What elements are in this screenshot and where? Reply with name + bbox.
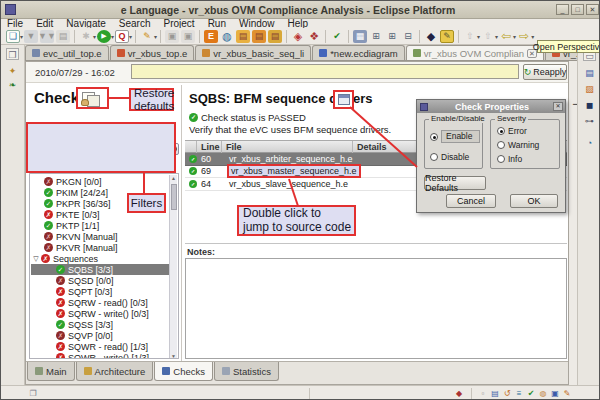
restore-defaults-tool-button[interactable]: [76, 87, 109, 109]
disable-radio[interactable]: Disable: [430, 152, 469, 162]
expand-all-icon[interactable]: ⊞: [369, 30, 383, 43]
window-view-icon[interactable]: ▦: [353, 30, 367, 43]
close-button[interactable]: ✕: [586, 4, 599, 15]
tree-item-sqwr-write[interactable]: SQWR - write() [1/3]: [31, 352, 169, 359]
forward-nav-icon[interactable]: ⇨: [517, 30, 531, 43]
cube-icon[interactable]: ◆: [424, 30, 438, 43]
status-report-icon[interactable]: ▤: [489, 388, 501, 399]
tree-item-sqrw-write[interactable]: SQRW - write() [0/3]: [31, 308, 169, 319]
tree-item-sqsd[interactable]: SQSD [0/0]: [31, 275, 169, 286]
filter-input[interactable]: [131, 64, 519, 79]
ok-button[interactable]: OK: [510, 194, 558, 208]
restore-view-icon[interactable]: ❐: [6, 48, 19, 60]
tree-item-sqss[interactable]: SQSS [3/3]: [31, 319, 169, 330]
column-line[interactable]: Line: [201, 142, 220, 152]
column-file[interactable]: File: [226, 142, 242, 152]
tree-group-sequences[interactable]: ▽Sequences: [31, 253, 169, 264]
tree-item-sqwr-read[interactable]: SQWR - read() [1/3]: [31, 341, 169, 352]
tree-scrollbar[interactable]: ▲▼: [169, 175, 177, 359]
tab-architecture[interactable]: Architecture: [76, 362, 154, 381]
hierarchy-view-icon[interactable]: ⊶: [583, 115, 596, 127]
expand-icon[interactable]: ⊞: [385, 30, 399, 43]
tab-evc-util-top[interactable]: evc_util_top.e: [25, 45, 109, 60]
error-radio[interactable]: Error: [497, 126, 527, 136]
external-tools-icon[interactable]: ✱: [79, 30, 93, 43]
status-layers-icon[interactable]: ≡: [513, 388, 525, 399]
fast-view-orange-icon[interactable]: ▨: [583, 83, 596, 95]
module-icon[interactable]: ▤: [236, 30, 250, 43]
reapply-button[interactable]: ↻Reapply: [523, 64, 567, 80]
collapse-arrow-icon[interactable]: ▽: [31, 255, 41, 263]
tree-item-sqrw-read[interactable]: SQRW - read() [0/3]: [31, 297, 169, 308]
e-compile-icon[interactable]: E: [204, 30, 218, 43]
back-nav-icon[interactable]: ⇦: [499, 30, 513, 43]
run-icon[interactable]: ▶: [97, 30, 111, 43]
new-wizard-icon[interactable]: ❏: [6, 30, 20, 43]
column-details[interactable]: Details: [357, 142, 387, 152]
browser-view-icon[interactable]: ◔: [583, 137, 596, 149]
editor-state-icon: ❐: [27, 388, 39, 399]
restore-defaults-button[interactable]: Restore Defaults: [424, 176, 486, 190]
tab-new-ecdiagram[interactable]: *new.ecdiagram: [312, 45, 405, 60]
globe-icon[interactable]: ◍: [220, 30, 234, 43]
cube-view-icon[interactable]: ◼: [583, 99, 596, 111]
tab-checks[interactable]: Checks: [154, 362, 213, 381]
left-fast-view-bar: ❐ ✦ ❧: [1, 45, 25, 385]
warning-radio[interactable]: Warning: [497, 140, 539, 150]
status-misc-icon[interactable]: ▫: [477, 388, 489, 399]
module-gold-icon[interactable]: ▤: [268, 30, 282, 43]
tree-item-sqvp[interactable]: SQVP [0/0]: [31, 330, 169, 341]
tree-item-pkvn[interactable]: PKVN [Manual]: [31, 231, 169, 242]
fast-view-palette-icon[interactable]: ✦: [6, 65, 19, 77]
tree-item-pkgn[interactable]: PKGN [0/0]: [31, 176, 169, 187]
toggle-icon[interactable]: ▣: [181, 30, 195, 43]
filter-annotation-box: [26, 122, 176, 173]
tree-item-sqpt[interactable]: SQPT [0/3]: [31, 286, 169, 297]
dialog-title: Check Properties: [431, 102, 553, 112]
status-globe-icon[interactable]: ◍: [537, 388, 549, 399]
tree-item-sqbs[interactable]: SQBS [3/3]: [31, 264, 169, 275]
status-edit-icon[interactable]: ✎: [561, 388, 573, 399]
tab-vr-xbus-top[interactable]: vr_xbus_top.e: [110, 45, 195, 60]
up-nav-icon[interactable]: ⇧: [481, 30, 495, 43]
scrollbar-thumb[interactable]: [171, 184, 177, 210]
coverage-run-icon[interactable]: Q: [115, 30, 129, 43]
save-all-icon[interactable]: ▼▼: [40, 30, 54, 43]
tab-ovm-compliance[interactable]: vr_xbus OVM Complian✕: [406, 45, 544, 60]
check-properties-button[interactable]: [333, 90, 354, 109]
info-radio[interactable]: Info: [497, 154, 522, 164]
enable-radio[interactable]: Enable: [430, 130, 480, 143]
check-status-icon: [56, 309, 65, 318]
annotate-icon[interactable]: ✎: [440, 30, 454, 43]
panel-divider[interactable]: [181, 85, 182, 361]
sync-status-icon[interactable]: ◆: [453, 388, 465, 399]
module-orange-icon[interactable]: ▤: [252, 30, 266, 43]
mark-occurrences-icon[interactable]: ▣: [165, 30, 179, 43]
wand-icon[interactable]: ✎: [140, 30, 154, 43]
tab-statistics[interactable]: Statistics: [214, 362, 279, 381]
dialog-close-icon[interactable]: ✕: [553, 102, 563, 111]
main-tab-icon: [35, 367, 43, 375]
minimize-button[interactable]: _: [556, 4, 569, 15]
check-status-icon: [56, 265, 65, 274]
fast-view-tree-icon[interactable]: ❧: [6, 79, 19, 91]
tree-item-pktp[interactable]: PKTP [1/1]: [31, 220, 169, 231]
print-icon[interactable]: ▤: [56, 30, 70, 43]
cancel-button[interactable]: Cancel: [446, 194, 496, 208]
save-icon[interactable]: ▼: [24, 30, 38, 43]
last-edit-icon[interactable]: ⇧: [463, 30, 477, 43]
status-check-icon[interactable]: ✔: [525, 388, 537, 399]
tab-vr-xbus-basic-seq[interactable]: vr_xbus_basic_seq_li: [195, 45, 311, 60]
status-monitor-icon[interactable]: ▣: [549, 388, 561, 399]
notes-textarea[interactable]: [185, 258, 567, 359]
maximize-button[interactable]: □: [571, 4, 584, 15]
tree-item-pkvr[interactable]: PKVR [Manual]: [31, 242, 169, 253]
status-refresh-icon[interactable]: ↺: [501, 388, 513, 399]
check-tool-icon[interactable]: ✔: [330, 30, 344, 43]
outline-view-icon[interactable]: ▤: [583, 67, 596, 79]
collapse-icon[interactable]: ⊟: [401, 30, 415, 43]
tab-main[interactable]: Main: [27, 362, 75, 381]
reuse-analysis-icon[interactable]: ◈: [291, 30, 305, 43]
compliance-analysis-icon[interactable]: ❖: [307, 30, 321, 43]
dialog-title-bar[interactable]: Check Properties ✕: [417, 100, 565, 113]
